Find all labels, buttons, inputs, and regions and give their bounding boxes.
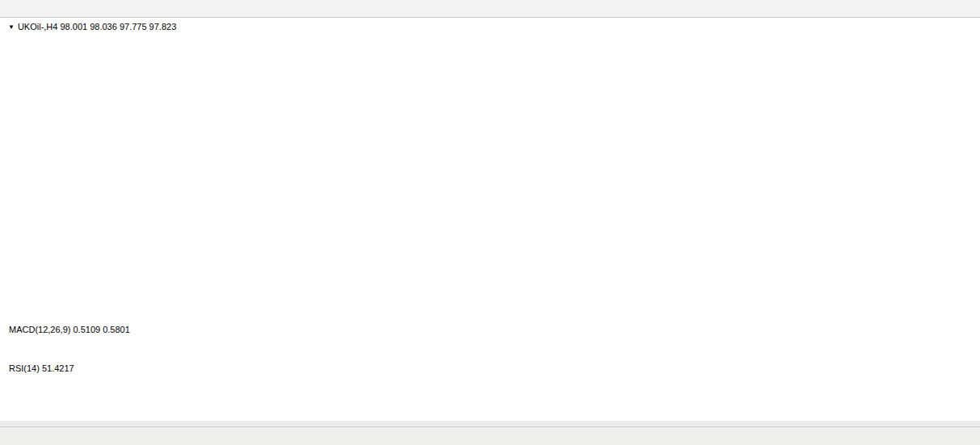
macd-label: MACD(12,26,9) 0.5109 0.5801 <box>9 325 130 334</box>
chart-title-ohlc: 98.001 98.036 97.775 97.823 <box>61 22 177 31</box>
symbol-dropdown-icon[interactable]: ▼ <box>8 23 15 31</box>
timeframe-toolbar <box>0 0 980 18</box>
chart-title: ▼UKOil-,H4 98.001 98.036 97.775 97.823 <box>8 22 176 31</box>
chart-title-symbol: UKOil-,H4 <box>18 22 58 31</box>
symbol-tab-bar <box>0 426 980 445</box>
mt4-window: ▼UKOil-,H4 98.001 98.036 97.775 97.823 M… <box>0 0 980 445</box>
rsi-label: RSI(14) 51.4217 <box>9 363 74 373</box>
chart-plot-area[interactable] <box>0 18 980 421</box>
chart-window: ▼UKOil-,H4 98.001 98.036 97.775 97.823 M… <box>0 18 980 421</box>
